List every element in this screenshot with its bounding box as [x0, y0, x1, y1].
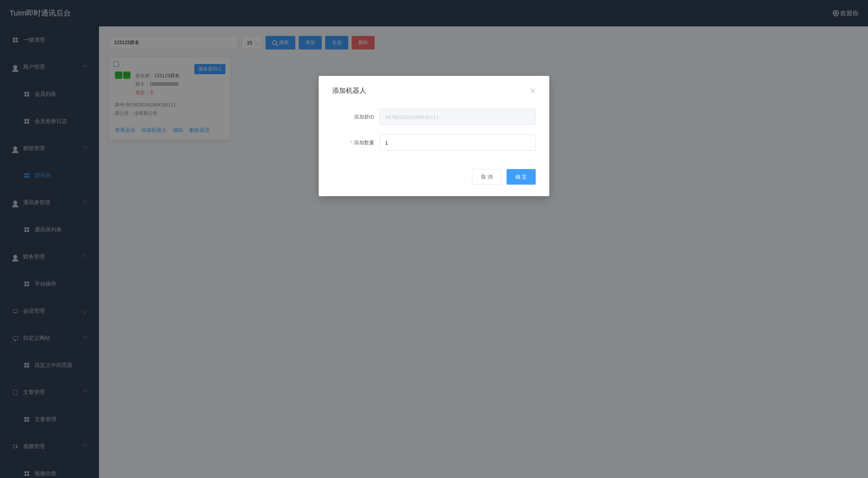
dialog-mask[interactable]: [0, 0, 868, 478]
cancel-button[interactable]: 取 消: [472, 169, 502, 185]
close-icon[interactable]: [530, 88, 536, 94]
count-label: *添加数量: [332, 140, 380, 146]
group-id-label: 添加群ID: [332, 114, 380, 120]
add-robot-dialog: 添加机器人 添加群ID *添加数量 取 消 确 定: [319, 76, 549, 196]
group-id-input: [380, 109, 536, 125]
dialog-title: 添加机器人: [332, 86, 366, 95]
confirm-button[interactable]: 确 定: [507, 169, 536, 185]
count-input[interactable]: [380, 134, 536, 151]
